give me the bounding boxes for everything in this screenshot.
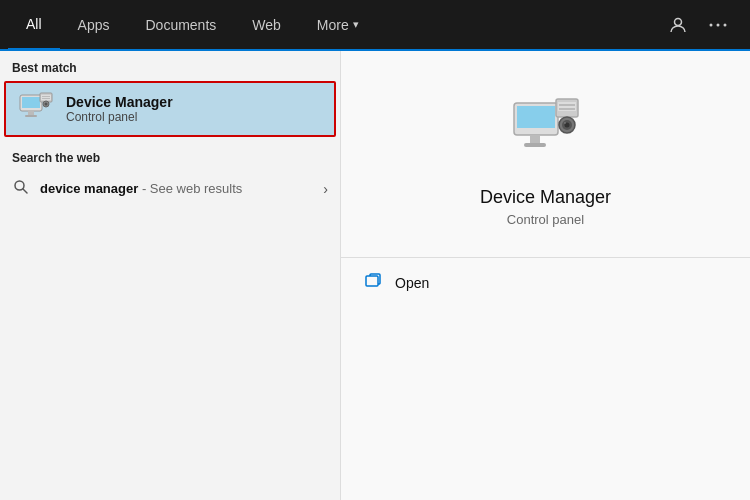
- left-panel: Best match: [0, 51, 340, 500]
- tab-more-label: More: [317, 17, 349, 33]
- right-panel: Device Manager Control panel Open: [340, 51, 750, 500]
- svg-point-13: [45, 103, 48, 106]
- web-search-suffix: - See web results: [138, 181, 242, 196]
- tab-more[interactable]: More ▾: [299, 0, 377, 50]
- svg-rect-5: [22, 97, 40, 108]
- tab-apps[interactable]: Apps: [60, 0, 128, 50]
- svg-rect-11: [42, 98, 50, 99]
- person-icon-button[interactable]: [662, 9, 694, 41]
- detail-title: Device Manager: [480, 187, 611, 208]
- detail-actions: Open: [341, 258, 750, 308]
- detail-subtitle: Control panel: [507, 212, 584, 227]
- svg-rect-6: [28, 111, 34, 115]
- main-content: Best match: [0, 51, 750, 500]
- svg-rect-17: [517, 106, 555, 128]
- svg-point-3: [724, 23, 727, 26]
- search-icon: [12, 179, 30, 198]
- result-item-title: Device Manager: [66, 94, 173, 110]
- svg-point-27: [564, 122, 566, 124]
- web-section-header: Search the web: [0, 141, 340, 171]
- svg-rect-19: [524, 143, 546, 147]
- topbar: All Apps Documents Web More ▾: [0, 0, 750, 51]
- open-icon: [365, 272, 383, 294]
- result-item-subtitle: Control panel: [66, 110, 173, 124]
- result-item-device-manager[interactable]: Device Manager Control panel: [4, 81, 336, 137]
- svg-rect-9: [41, 95, 51, 100]
- tab-all-label: All: [26, 16, 42, 32]
- open-label: Open: [395, 275, 429, 291]
- tab-web[interactable]: Web: [234, 0, 299, 50]
- chevron-down-icon: ▾: [353, 18, 359, 31]
- best-match-header: Best match: [0, 51, 340, 81]
- svg-point-1: [710, 23, 713, 26]
- svg-rect-28: [366, 276, 378, 286]
- detail-device-manager-icon: [506, 91, 586, 171]
- result-item-text: Device Manager Control panel: [66, 94, 173, 124]
- person-icon: [669, 16, 687, 34]
- topbar-tabs: All Apps Documents Web More ▾: [8, 0, 662, 50]
- tab-web-label: Web: [252, 17, 281, 33]
- tab-apps-label: Apps: [78, 17, 110, 33]
- open-action[interactable]: Open: [341, 262, 750, 304]
- svg-rect-7: [25, 115, 37, 117]
- svg-point-2: [717, 23, 720, 26]
- chevron-right-icon: ›: [323, 181, 328, 197]
- web-search-query: device manager: [40, 181, 138, 196]
- svg-rect-23: [559, 108, 575, 110]
- svg-rect-10: [42, 96, 50, 97]
- topbar-actions: [662, 9, 742, 41]
- tab-documents-label: Documents: [145, 17, 216, 33]
- svg-rect-22: [559, 104, 575, 106]
- svg-line-15: [23, 189, 27, 193]
- tab-documents[interactable]: Documents: [127, 0, 234, 50]
- svg-point-0: [675, 18, 682, 25]
- device-manager-icon: [18, 91, 54, 127]
- ellipsis-icon: [709, 23, 727, 27]
- web-search-text: device manager - See web results: [40, 181, 313, 196]
- web-search-row[interactable]: device manager - See web results ›: [0, 171, 340, 206]
- svg-rect-18: [530, 135, 540, 143]
- more-options-button[interactable]: [702, 9, 734, 41]
- tab-all[interactable]: All: [8, 0, 60, 50]
